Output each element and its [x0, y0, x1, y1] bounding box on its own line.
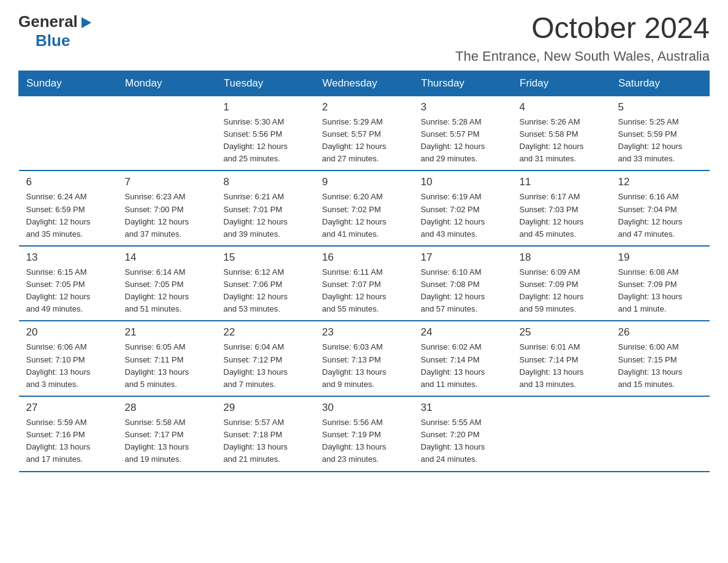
day-info: Sunrise: 6:12 AM Sunset: 7:06 PM Dayligh… [224, 266, 308, 316]
calendar-week-row: 6Sunrise: 6:24 AM Sunset: 6:59 PM Daylig… [19, 170, 710, 246]
day-number: 14 [125, 251, 209, 264]
calendar-day-18: 18Sunrise: 6:09 AM Sunset: 7:09 PM Dayli… [512, 246, 611, 321]
calendar-day-22: 22Sunrise: 6:04 AM Sunset: 7:12 PM Dayli… [216, 321, 315, 396]
calendar-day-23: 23Sunrise: 6:03 AM Sunset: 7:13 PM Dayli… [315, 321, 414, 396]
day-number: 3 [421, 101, 505, 113]
day-number: 8 [224, 176, 308, 188]
day-number: 11 [520, 176, 604, 188]
day-number: 4 [520, 101, 604, 113]
calendar-empty-cell [611, 396, 710, 472]
calendar-day-28: 28Sunrise: 5:58 AM Sunset: 7:17 PM Dayli… [118, 396, 216, 472]
day-info: Sunrise: 6:19 AM Sunset: 7:02 PM Dayligh… [421, 191, 505, 240]
calendar-day-7: 7Sunrise: 6:23 AM Sunset: 7:00 PM Daylig… [118, 170, 216, 246]
logo-general-text: General [18, 12, 78, 31]
day-info: Sunrise: 6:16 AM Sunset: 7:04 PM Dayligh… [618, 191, 702, 240]
calendar-empty-cell [19, 96, 118, 170]
svg-marker-0 [82, 17, 91, 28]
calendar-day-21: 21Sunrise: 6:05 AM Sunset: 7:11 PM Dayli… [118, 321, 216, 396]
day-info: Sunrise: 6:24 AM Sunset: 6:59 PM Dayligh… [26, 191, 110, 240]
calendar-day-9: 9Sunrise: 6:20 AM Sunset: 7:02 PM Daylig… [315, 170, 414, 246]
header-thursday: Thursday [414, 71, 512, 96]
calendar-day-27: 27Sunrise: 5:59 AM Sunset: 7:16 PM Dayli… [19, 396, 118, 472]
day-info: Sunrise: 6:15 AM Sunset: 7:05 PM Dayligh… [26, 266, 110, 316]
logo: General Blue [18, 12, 93, 50]
title-section: October 2024 The Entrance, New South Wal… [455, 12, 710, 64]
calendar-day-4: 4Sunrise: 5:26 AM Sunset: 5:58 PM Daylig… [512, 96, 611, 170]
calendar-week-row: 1Sunrise: 5:30 AM Sunset: 5:56 PM Daylig… [19, 96, 710, 170]
calendar-day-12: 12Sunrise: 6:16 AM Sunset: 7:04 PM Dayli… [611, 170, 710, 246]
calendar-empty-cell [118, 96, 216, 170]
day-info: Sunrise: 6:17 AM Sunset: 7:03 PM Dayligh… [520, 191, 604, 240]
day-number: 7 [125, 176, 209, 188]
day-number: 2 [322, 101, 406, 113]
day-number: 18 [520, 251, 604, 264]
day-info: Sunrise: 6:14 AM Sunset: 7:05 PM Dayligh… [125, 266, 209, 316]
day-number: 24 [421, 326, 505, 339]
day-number: 17 [421, 251, 505, 264]
day-info: Sunrise: 5:26 AM Sunset: 5:58 PM Dayligh… [520, 116, 604, 166]
header-friday: Friday [512, 71, 611, 96]
header-saturday: Saturday [611, 71, 710, 96]
day-info: Sunrise: 5:58 AM Sunset: 7:17 PM Dayligh… [125, 416, 209, 466]
calendar-week-row: 20Sunrise: 6:06 AM Sunset: 7:10 PM Dayli… [19, 321, 710, 396]
day-number: 6 [26, 176, 110, 188]
day-info: Sunrise: 6:08 AM Sunset: 7:09 PM Dayligh… [618, 266, 702, 316]
header-wednesday: Wednesday [315, 71, 414, 96]
day-number: 23 [322, 326, 406, 339]
calendar-subtitle: The Entrance, New South Wales, Australia [455, 48, 710, 64]
day-info: Sunrise: 5:59 AM Sunset: 7:16 PM Dayligh… [26, 416, 110, 466]
day-number: 28 [125, 402, 209, 414]
day-number: 22 [224, 326, 308, 339]
calendar-day-10: 10Sunrise: 6:19 AM Sunset: 7:02 PM Dayli… [414, 170, 512, 246]
calendar-day-16: 16Sunrise: 6:11 AM Sunset: 7:07 PM Dayli… [315, 246, 414, 321]
day-info: Sunrise: 5:55 AM Sunset: 7:20 PM Dayligh… [421, 416, 505, 466]
day-number: 27 [26, 402, 110, 414]
day-info: Sunrise: 6:00 AM Sunset: 7:15 PM Dayligh… [618, 341, 702, 391]
day-number: 10 [421, 176, 505, 188]
calendar-day-26: 26Sunrise: 6:00 AM Sunset: 7:15 PM Dayli… [611, 321, 710, 396]
calendar-day-24: 24Sunrise: 6:02 AM Sunset: 7:14 PM Dayli… [414, 321, 512, 396]
calendar-day-8: 8Sunrise: 6:21 AM Sunset: 7:01 PM Daylig… [216, 170, 315, 246]
calendar-day-13: 13Sunrise: 6:15 AM Sunset: 7:05 PM Dayli… [19, 246, 118, 321]
calendar-day-30: 30Sunrise: 5:56 AM Sunset: 7:19 PM Dayli… [315, 396, 414, 472]
day-number: 29 [224, 402, 308, 414]
day-number: 20 [26, 326, 110, 339]
day-info: Sunrise: 6:21 AM Sunset: 7:01 PM Dayligh… [224, 191, 308, 240]
day-info: Sunrise: 6:01 AM Sunset: 7:14 PM Dayligh… [520, 341, 604, 391]
day-number: 21 [125, 326, 209, 339]
calendar-day-1: 1Sunrise: 5:30 AM Sunset: 5:56 PM Daylig… [216, 96, 315, 170]
calendar-day-3: 3Sunrise: 5:28 AM Sunset: 5:57 PM Daylig… [414, 96, 512, 170]
day-number: 16 [322, 251, 406, 264]
header-monday: Monday [118, 71, 216, 96]
day-number: 9 [322, 176, 406, 188]
day-number: 25 [520, 326, 604, 339]
header-tuesday: Tuesday [216, 71, 315, 96]
calendar-day-6: 6Sunrise: 6:24 AM Sunset: 6:59 PM Daylig… [19, 170, 118, 246]
calendar-title: October 2024 [455, 12, 710, 45]
calendar-day-17: 17Sunrise: 6:10 AM Sunset: 7:08 PM Dayli… [414, 246, 512, 321]
calendar-day-25: 25Sunrise: 6:01 AM Sunset: 7:14 PM Dayli… [512, 321, 611, 396]
calendar-empty-cell [512, 396, 611, 472]
calendar-day-15: 15Sunrise: 6:12 AM Sunset: 7:06 PM Dayli… [216, 246, 315, 321]
calendar-week-row: 27Sunrise: 5:59 AM Sunset: 7:16 PM Dayli… [19, 396, 710, 472]
calendar-day-11: 11Sunrise: 6:17 AM Sunset: 7:03 PM Dayli… [512, 170, 611, 246]
day-info: Sunrise: 6:06 AM Sunset: 7:10 PM Dayligh… [26, 341, 110, 391]
day-info: Sunrise: 6:02 AM Sunset: 7:14 PM Dayligh… [421, 341, 505, 391]
logo-arrow-icon [79, 16, 93, 29]
day-info: Sunrise: 6:03 AM Sunset: 7:13 PM Dayligh… [322, 341, 406, 391]
day-info: Sunrise: 5:57 AM Sunset: 7:18 PM Dayligh… [224, 416, 308, 466]
day-number: 31 [421, 402, 505, 414]
day-info: Sunrise: 5:25 AM Sunset: 5:59 PM Dayligh… [618, 116, 702, 166]
calendar-day-31: 31Sunrise: 5:55 AM Sunset: 7:20 PM Dayli… [414, 396, 512, 472]
day-number: 26 [618, 326, 702, 339]
day-info: Sunrise: 6:10 AM Sunset: 7:08 PM Dayligh… [421, 266, 505, 316]
day-info: Sunrise: 6:04 AM Sunset: 7:12 PM Dayligh… [224, 341, 308, 391]
page-header: General Blue October 2024 The Entrance, … [18, 12, 710, 64]
day-info: Sunrise: 5:30 AM Sunset: 5:56 PM Dayligh… [224, 116, 308, 166]
calendar-day-29: 29Sunrise: 5:57 AM Sunset: 7:18 PM Dayli… [216, 396, 315, 472]
header-sunday: Sunday [19, 71, 118, 96]
day-info: Sunrise: 6:09 AM Sunset: 7:09 PM Dayligh… [520, 266, 604, 316]
day-number: 5 [618, 101, 702, 113]
logo-blue-text: Blue [36, 31, 70, 50]
day-info: Sunrise: 5:29 AM Sunset: 5:57 PM Dayligh… [322, 116, 406, 166]
